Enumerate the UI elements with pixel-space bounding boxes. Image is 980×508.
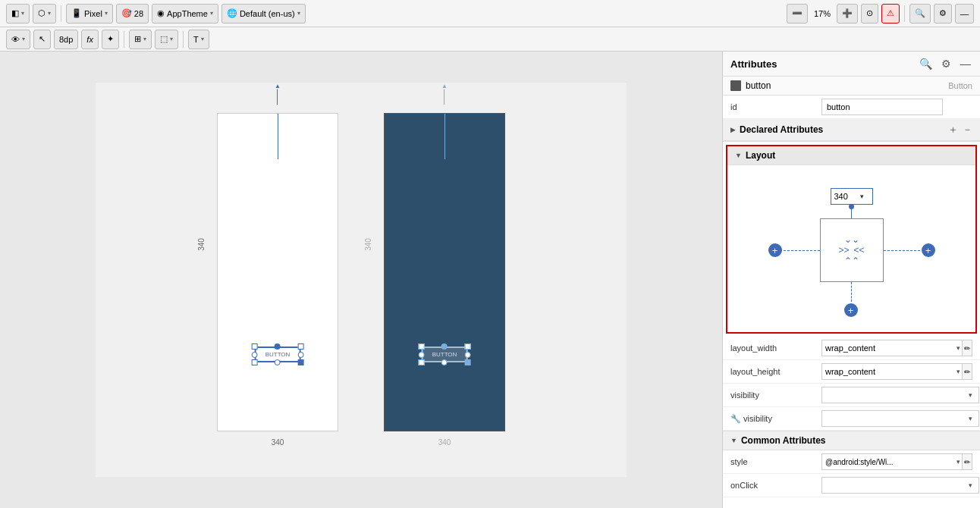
api-btn[interactable]: 🎯 28 [116, 4, 149, 24]
dark-dim-bottom: 340 [438, 438, 451, 447]
settings-attrs-btn[interactable]: ⚙ [940, 56, 953, 71]
locale-btn[interactable]: 🌐 Default (en-us) ▾ [221, 4, 306, 24]
spacing-btn[interactable]: 8dp [54, 30, 78, 49]
handle-bl-dark[interactable] [419, 359, 425, 365]
text-dropdown: ▾ [201, 36, 204, 42]
theme-btn[interactable]: ◉ AppTheme ▾ [152, 4, 218, 24]
fx-btn[interactable]: fx [81, 30, 99, 49]
id-input[interactable] [821, 99, 943, 115]
dark-button-label: BUTTON [432, 351, 457, 358]
attributes-header-left: Attributes [730, 58, 777, 70]
blueprint-mode-btn[interactable]: ⬡ ▾ [33, 4, 56, 24]
common-section-header[interactable]: ▼ Common Attributes [723, 431, 980, 450]
grid-dropdown: ▾ [143, 36, 146, 42]
declared-header-left: ▶ Declared Attributes [730, 124, 823, 135]
onclick-select[interactable] [821, 477, 979, 494]
handle-tr-dark[interactable] [464, 343, 470, 350]
handle-br-light[interactable] [297, 359, 303, 365]
widget-type-icon [730, 80, 741, 91]
eye-btn[interactable]: 👁 ▾ [6, 30, 30, 49]
remove-declared-btn[interactable]: － [963, 123, 972, 136]
light-dim-bottom: 340 [272, 438, 284, 447]
layout-height-select[interactable]: wrap_content match_parent fixed [821, 363, 967, 380]
layout-section: ▼ Layout ▾ [726, 145, 977, 334]
search-btn[interactable]: 🔍 [909, 4, 931, 24]
add-left-btn[interactable]: + [768, 243, 782, 257]
style-row: style @android:style/Wi... ▾ ✏ [723, 450, 980, 474]
settings-icon: ⚙ [939, 8, 947, 18]
zoom-level: 17% [811, 9, 834, 18]
spacing-label: 8dp [59, 35, 73, 44]
api-icon: 🎯 [121, 8, 132, 18]
id-value-container [821, 99, 972, 115]
phone-light: 340 BUTTON [217, 113, 338, 431]
visibility-select[interactable]: visible invisible gone [821, 387, 979, 403]
attributes-header: Attributes 🔍 ⚙ — [723, 52, 980, 77]
layout-height-value: wrap_content match_parent fixed ▾ ✏ [821, 363, 972, 380]
grid-btn[interactable]: ⊞ ▾ [129, 30, 152, 49]
arrow-left-1: << [854, 246, 865, 255]
zoom-in-btn[interactable]: ➕ [837, 4, 858, 24]
onclick-row: onClick ▾ [723, 474, 980, 497]
minimize-btn[interactable]: — [955, 4, 974, 24]
layout-section-header[interactable]: ▼ Layout [727, 146, 975, 165]
dim-width-input[interactable] [833, 192, 860, 201]
style-label: style [730, 457, 821, 466]
arrow-row: >> << [838, 246, 864, 255]
handle-bl-light[interactable] [252, 359, 258, 365]
zoom-in-icon: ➕ [842, 8, 853, 18]
design-mode-btn[interactable]: ◧ ▾ [6, 4, 30, 24]
onclick-label: onClick [730, 481, 821, 490]
declared-section-header[interactable]: ▶ Declared Attributes ＋ － [723, 119, 980, 141]
handle-top-light[interactable] [275, 343, 281, 350]
add-right-btn[interactable]: + [922, 243, 935, 257]
dark-v-line [444, 89, 444, 105]
handle-tl-dark[interactable] [419, 343, 425, 350]
handle-right-dark[interactable] [464, 352, 470, 358]
device-icon: 📱 [71, 8, 82, 18]
declared-title: Declared Attributes [740, 124, 823, 135]
inner-arrows: ⌄⌄ >> << ⌃⌃ [821, 219, 883, 281]
handle-bottom-light[interactable] [275, 359, 281, 365]
text-btn[interactable]: T ▾ [188, 30, 209, 49]
sep1 [61, 5, 61, 22]
zoom-out-btn[interactable]: ➖ [787, 4, 808, 24]
dark-phone-container: ▲ 340 BUTTON [384, 105, 505, 431]
zoom-out-icon: ➖ [792, 8, 803, 18]
style-value: @android:style/Wi... ▾ ✏ [821, 453, 972, 470]
layout-width-edit-btn[interactable]: ✏ [962, 340, 972, 356]
close-attrs-btn[interactable]: — [959, 56, 972, 71]
handle-left-light[interactable] [252, 352, 258, 358]
settings-btn[interactable]: ⚙ [934, 4, 952, 24]
layout-width-select[interactable]: wrap_content match_parent fixed [821, 340, 967, 356]
handle-tr-light[interactable] [297, 343, 303, 350]
handle-br-dark[interactable] [464, 359, 470, 365]
device-btn[interactable]: 📱 Pixel ▾ [66, 4, 113, 24]
select-btn[interactable]: ↖ [33, 30, 51, 49]
light-arrow-up: ▲ [275, 83, 281, 89]
style-select[interactable]: @android:style/Wi... [821, 453, 967, 470]
handle-bottom-dark[interactable] [441, 359, 448, 365]
dim-dropdown-arrow[interactable]: ▾ [860, 193, 864, 200]
onclick-value: ▾ [821, 477, 972, 494]
arrow-up-1: ⌃⌃ [844, 256, 859, 265]
error-btn[interactable]: ⚠ [881, 4, 900, 24]
sparkle-btn[interactable]: ✦ [102, 30, 119, 49]
handle-tl-light[interactable] [252, 343, 258, 350]
common-attributes-section: ▼ Common Attributes [723, 431, 980, 450]
visibility-row: visibility visible invisible gone ▾ [723, 384, 980, 407]
handle-right-light[interactable] [297, 352, 303, 358]
handle-left-dark[interactable] [419, 352, 425, 358]
search-attrs-btn[interactable]: 🔍 [918, 56, 934, 71]
add-bottom-btn[interactable]: + [844, 303, 858, 317]
dark-button-wrapper: BUTTON [422, 347, 468, 362]
handle-top-dark[interactable] [441, 343, 448, 350]
common-chevron: ▼ [730, 437, 737, 444]
fit-btn[interactable]: ⊙ [861, 4, 878, 24]
visibility2-select[interactable] [821, 410, 979, 427]
style-edit-btn[interactable]: ✏ [962, 453, 972, 470]
attributes-panel: Attributes 🔍 ⚙ — button Button id [722, 52, 980, 508]
add-declared-btn[interactable]: ＋ [948, 123, 958, 136]
align-btn[interactable]: ⬚ ▾ [155, 30, 178, 49]
layout-height-edit-btn[interactable]: ✏ [962, 363, 972, 380]
